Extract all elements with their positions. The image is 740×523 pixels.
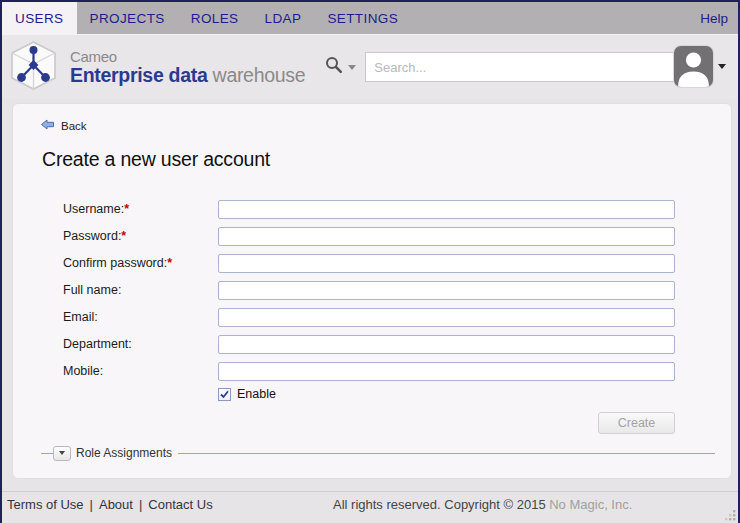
footer-separator: | [139,497,142,512]
back-link[interactable]: Back [41,119,87,132]
footer-separator: | [90,497,93,512]
page-title: Create a new user account [42,148,270,171]
form-row-username: Username:* [63,200,683,220]
app-footer: Terms of Use | About | Contact Us All ri… [2,480,738,523]
resize-grip-handle[interactable] [724,509,736,521]
app-window: USERS PROJECTS ROLES LDAP SETTINGS Help [0,0,740,523]
form-row-confirm-password: Confirm password:* [63,254,683,274]
confirm-password-label: Confirm password:* [63,256,172,270]
nav-tab-roles[interactable]: ROLES [178,2,252,34]
search-caret-down-icon [348,65,356,70]
email-label: Email: [63,310,98,324]
help-link[interactable]: Help [690,11,738,26]
brand-product-bold: Enterprise data [70,64,207,86]
required-asterisk: * [121,229,126,243]
search-input[interactable] [365,52,705,82]
search-scope-button[interactable] [325,56,356,78]
required-asterisk: * [167,256,172,270]
back-label: Back [61,120,87,132]
nav-tab-settings[interactable]: SETTINGS [314,2,411,34]
role-assignments-label: Role Assignments [71,446,178,460]
app-header: Cameo Enterprise data warehouse [2,35,738,99]
nav-spacer [411,2,690,34]
footer-links: Terms of Use | About | Contact Us [7,497,213,512]
mobile-field[interactable] [218,362,675,381]
search-area [325,52,705,82]
user-menu-caret-down-icon [718,64,726,69]
full-name-field[interactable] [218,281,675,300]
password-label: Password:* [63,229,126,243]
form-row-department: Department: [63,335,683,355]
nav-tab-ldap[interactable]: LDAP [252,2,315,34]
email-field[interactable] [218,308,675,327]
form-row-mobile: Mobile: [63,362,683,382]
content-panel: Back Create a new user account Username:… [12,103,732,479]
department-label: Department: [63,337,132,351]
magnifier-icon [325,56,343,78]
brand-text: Cameo Enterprise data warehouse [70,49,305,85]
mobile-label: Mobile: [63,364,103,378]
nav-tab-users[interactable]: USERS [2,2,77,34]
back-arrow-icon [41,119,54,132]
brand-product-light: warehouse [213,64,306,86]
terms-of-use-link[interactable]: Terms of Use [7,497,84,512]
company-link[interactable]: No Magic, Inc. [549,497,632,512]
department-field[interactable] [218,335,675,354]
full-name-label: Full name: [63,283,121,297]
form-row-password: Password:* [63,227,683,247]
divider-line [41,453,53,454]
confirm-password-field[interactable] [218,254,675,273]
top-nav: USERS PROJECTS ROLES LDAP SETTINGS Help [2,2,738,35]
username-label: Username:* [63,202,129,216]
cube-network-logo-icon [10,41,57,94]
brand-logo[interactable]: Cameo Enterprise data warehouse [10,41,305,94]
password-field[interactable] [218,227,675,246]
copyright-text: All rights reserved. Copyright © 2015 No… [333,497,632,512]
form-row-email: Email: [63,308,683,328]
chevron-down-icon [59,451,65,455]
role-assignments-section: Role Assignments [41,445,715,461]
required-asterisk: * [124,202,129,216]
role-assignments-toggle-button[interactable] [53,446,71,461]
enable-label: Enable [237,387,276,401]
brand-name: Cameo [70,49,305,65]
nav-tab-projects[interactable]: PROJECTS [77,2,178,34]
create-button[interactable]: Create [598,412,675,434]
username-field[interactable] [218,200,675,219]
enable-checkbox[interactable] [218,388,231,401]
footer-divider [2,491,738,492]
user-menu[interactable] [674,46,726,87]
contact-us-link[interactable]: Contact Us [148,497,212,512]
enable-row: Enable [218,387,276,401]
form-row-full-name: Full name: [63,281,683,301]
about-link[interactable]: About [99,497,133,512]
user-avatar-icon [674,46,713,87]
divider-line [178,453,715,454]
